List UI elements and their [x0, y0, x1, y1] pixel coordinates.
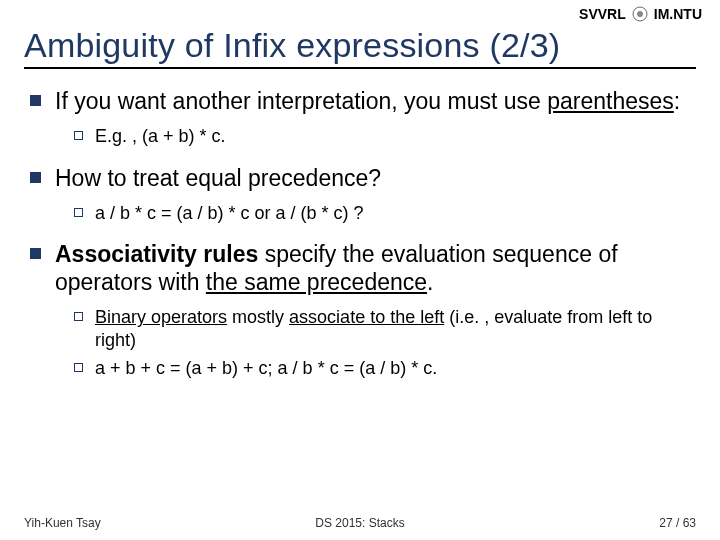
footer-course: DS 2015: Stacks — [315, 516, 404, 530]
square-bullet-icon — [30, 172, 41, 183]
bullet-2-sub-1-text: a / b * c = (a / b) * c or a / (b * c) ? — [95, 202, 364, 225]
page-sep: / — [673, 516, 683, 530]
square-bullet-icon — [30, 95, 41, 106]
title-rule — [24, 67, 696, 69]
page-total: 63 — [683, 516, 696, 530]
b3s1-mid: mostly — [227, 307, 289, 327]
b3s1-u1: Binary operators — [95, 307, 227, 327]
org-right: IM.NTU — [654, 6, 702, 22]
bullet-3-post: . — [427, 269, 433, 295]
bullet-1-underlined: parentheses — [547, 88, 674, 114]
bullet-1: If you want another interpretation, you … — [30, 87, 696, 148]
hollow-square-bullet-icon — [74, 363, 83, 372]
bullet-3-sub-1: Binary operators mostly associate to the… — [74, 306, 696, 351]
page-title: Ambiguity of Infix expressions (2/3) — [24, 26, 696, 65]
bullet-1-sub-1-text: E.g. , (a + b) * c. — [95, 125, 226, 148]
bullet-1-pre: If you want another interpretation, you … — [55, 88, 547, 114]
bullet-list: If you want another interpretation, you … — [30, 87, 696, 380]
bullet-1-sub-1: E.g. , (a + b) * c. — [74, 125, 696, 148]
svg-point-1 — [637, 11, 643, 17]
bullet-3-text: Associativity rules specify the evaluati… — [55, 240, 696, 296]
square-bullet-icon — [30, 248, 41, 259]
bullet-2-text: How to treat equal precedence? — [55, 164, 381, 192]
bullet-3-bold: Associativity rules — [55, 241, 258, 267]
footer: Yih-Kuen Tsay DS 2015: Stacks 27 / 63 — [24, 516, 696, 530]
bullet-3-underlined: the same precedence — [206, 269, 427, 295]
bullet-3-sub-1-text: Binary operators mostly associate to the… — [95, 306, 696, 351]
bullet-3: Associativity rules specify the evaluati… — [30, 240, 696, 380]
bullet-1-post: : — [674, 88, 680, 114]
hollow-square-bullet-icon — [74, 131, 83, 140]
page-current: 27 — [659, 516, 672, 530]
footer-page: 27 / 63 — [659, 516, 696, 530]
footer-author: Yih-Kuen Tsay — [24, 516, 101, 530]
bullet-1-text: If you want another interpretation, you … — [55, 87, 680, 115]
bullet-2-sub-1: a / b * c = (a / b) * c or a / (b * c) ? — [74, 202, 696, 225]
hollow-square-bullet-icon — [74, 208, 83, 217]
ntu-logo-icon — [632, 6, 648, 22]
org-left: SVVRL — [579, 6, 626, 22]
b3s1-u2: associate to the left — [289, 307, 444, 327]
slide: SVVRL IM.NTU Ambiguity of Infix expressi… — [0, 0, 720, 540]
hollow-square-bullet-icon — [74, 312, 83, 321]
header-affiliation: SVVRL IM.NTU — [579, 6, 702, 22]
bullet-3-sub-2-text: a + b + c = (a + b) + c; a / b * c = (a … — [95, 357, 437, 380]
bullet-2: How to treat equal precedence? a / b * c… — [30, 164, 696, 225]
bullet-3-sub-2: a + b + c = (a + b) + c; a / b * c = (a … — [74, 357, 696, 380]
content-area: If you want another interpretation, you … — [24, 87, 696, 380]
